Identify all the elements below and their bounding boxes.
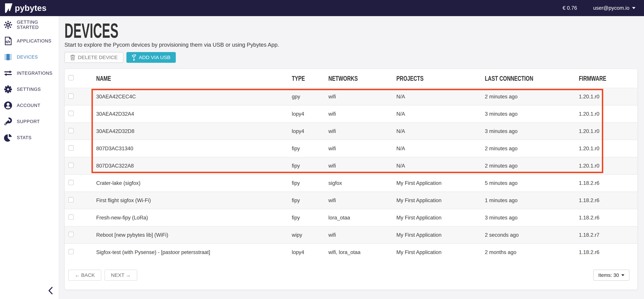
table-footer: ← BACK NEXT → Items: 30 [65, 261, 638, 290]
device-last-connection: 3 minutes ago [485, 111, 579, 117]
back-button[interactable]: ← BACK [68, 270, 101, 281]
table-row[interactable]: Crater-lake (sigfox) fipy sigfox My Firs… [65, 174, 638, 192]
device-name: Sigfox-test (with Pysense) - [pastoor pe… [96, 249, 292, 255]
items-per-page-dropdown[interactable]: Items: 30 [593, 270, 630, 281]
row-checkbox[interactable] [68, 111, 74, 116]
column-header-projects: PROJECTS [396, 75, 485, 82]
sidebar-item-applications[interactable]: APPLICATIONS [0, 33, 59, 49]
sidebar-item-account[interactable]: ACCOUNT [0, 97, 59, 114]
chevron-left-icon [48, 287, 53, 294]
sidebar-item-integrations[interactable]: INTEGRATIONS [0, 65, 59, 81]
device-networks: wifi [328, 163, 396, 169]
table-row[interactable]: Sigfox-test (with Pysense) - [pastoor pe… [65, 244, 638, 261]
sidebar-item-label: INTEGRATIONS [17, 71, 52, 76]
user-icon [4, 101, 12, 110]
next-button[interactable]: NEXT → [104, 270, 137, 281]
table-row[interactable]: 807D3AC322A8 fipy wifi N/A 2 minutes ago… [65, 157, 638, 174]
device-type: lopy4 [292, 111, 328, 117]
table-row[interactable]: Reboot [new pybytes lib] (WiFi) wipy wif… [65, 226, 638, 244]
swap-arrows-icon [4, 69, 12, 78]
column-header-firmware: FIRMWARE [579, 75, 638, 82]
device-type: fipy [292, 198, 328, 204]
device-projects: N/A [396, 128, 485, 134]
sidebar-item-devices[interactable]: DEVICES [0, 49, 59, 65]
row-checkbox[interactable] [68, 180, 74, 185]
device-name: Fresh-new-fipy (LoRa) [96, 215, 292, 221]
device-name: First flight sigfox (Wi-Fi) [96, 198, 292, 204]
wrench-icon [4, 117, 12, 126]
device-firmware: 1.20.1.r0 [579, 94, 638, 100]
table-row[interactable]: 30AEA42CEC4C gpy wifi N/A 2 minutes ago … [65, 88, 638, 105]
device-firmware: 1.18.2.r6 [579, 198, 638, 204]
row-checkbox[interactable] [68, 249, 74, 254]
pybytes-logo[interactable]: pybytes [5, 3, 46, 13]
device-type: fipy [292, 180, 328, 186]
device-last-connection: 2 minutes ago [485, 94, 579, 100]
delete-device-button[interactable]: DELETE DEVICE [64, 52, 124, 63]
row-checkbox[interactable] [68, 214, 74, 220]
row-checkbox[interactable] [68, 162, 74, 168]
table-row[interactable]: 30AEA42D32D8 lopy4 wifi N/A 3 minutes ag… [65, 122, 638, 140]
device-networks: sigfox [328, 180, 396, 186]
row-checkbox[interactable] [68, 145, 74, 150]
chevron-down-icon [621, 274, 624, 276]
device-networks: wifi [328, 128, 396, 134]
add-via-usb-button[interactable]: ADD VIA USB [126, 52, 176, 63]
sidebar-item-settings[interactable]: SETTINGS [0, 81, 59, 97]
column-header-networks: NETWORKS [328, 75, 396, 82]
device-type: wipy [292, 232, 328, 238]
device-last-connection: 3 minutes ago [485, 215, 579, 221]
device-name: 807D3AC322A8 [96, 163, 292, 169]
sidebar-item-label: GETTING STARTED [17, 20, 59, 30]
table-row[interactable]: Fresh-new-fipy (LoRa) fipy lora_otaa My … [65, 209, 638, 226]
page-title: DEVICES [64, 24, 638, 39]
devices-table: NAME TYPE NETWORKS PROJECTS LAST CONNECT… [64, 69, 638, 290]
device-projects: My First Application [396, 249, 485, 255]
chevron-down-icon [632, 7, 636, 9]
column-header-last-connection: LAST CONNECTION [485, 75, 579, 82]
device-type: fipy [292, 163, 328, 169]
row-checkbox[interactable] [68, 232, 74, 237]
sun-icon [4, 20, 12, 29]
column-header-type: TYPE [292, 75, 328, 82]
chip-icon [4, 53, 12, 62]
sidebar-item-label: DEVICES [17, 54, 38, 60]
main-content: DEVICES Start to explore the Pycom devic… [59, 16, 644, 299]
pybytes-logo-icon [5, 3, 12, 13]
sidebar-item-stats[interactable]: STATS [0, 130, 59, 146]
pie-chart-icon [4, 133, 12, 142]
device-type: lopy4 [292, 249, 328, 255]
device-networks: lora_otaa [328, 215, 396, 221]
sidebar-collapse-button[interactable] [47, 286, 54, 295]
device-projects: My First Application [396, 198, 485, 204]
row-checkbox[interactable] [68, 197, 74, 202]
device-firmware: 1.18.2.r7 [579, 232, 638, 238]
row-checkbox[interactable] [68, 128, 74, 133]
device-name: 30AEA42CEC4C [96, 94, 292, 100]
sidebar-item-label: STATS [17, 135, 32, 140]
device-projects: N/A [396, 94, 485, 100]
device-projects: My First Application [396, 232, 485, 238]
device-name: Crater-lake (sigfox) [96, 180, 292, 186]
table-rows: 30AEA42CEC4C gpy wifi N/A 2 minutes ago … [65, 88, 638, 261]
device-last-connection: 2 seconds ago [485, 232, 579, 238]
column-header-name: NAME [96, 75, 292, 82]
sidebar-item-support[interactable]: SUPPORT [0, 114, 59, 130]
sidebar-item-getting-started[interactable]: GETTING STARTED [0, 17, 59, 33]
device-last-connection: 2 minutes ago [485, 163, 579, 169]
device-firmware: 1.20.1.r0 [579, 111, 638, 117]
row-checkbox[interactable] [68, 93, 74, 99]
device-networks: wifi [328, 94, 396, 100]
user-menu[interactable]: user@pycom.io [593, 5, 636, 11]
device-type: fipy [292, 215, 328, 221]
device-networks: wifi [328, 146, 396, 152]
device-projects: My First Application [396, 215, 485, 221]
device-type: lopy4 [292, 128, 328, 134]
table-row[interactable]: 807D3AC31340 fipy wifi N/A 2 minutes ago… [65, 140, 638, 157]
select-all-checkbox[interactable] [68, 75, 74, 80]
device-firmware: 1.20.1.r0 [579, 146, 638, 152]
device-type: gpy [292, 94, 328, 100]
table-row[interactable]: First flight sigfox (Wi-Fi) fipy wifi My… [65, 192, 638, 209]
table-row[interactable]: 30AEA42D32A4 lopy4 wifi N/A 3 minutes ag… [65, 105, 638, 122]
device-networks: wifi [328, 232, 396, 238]
